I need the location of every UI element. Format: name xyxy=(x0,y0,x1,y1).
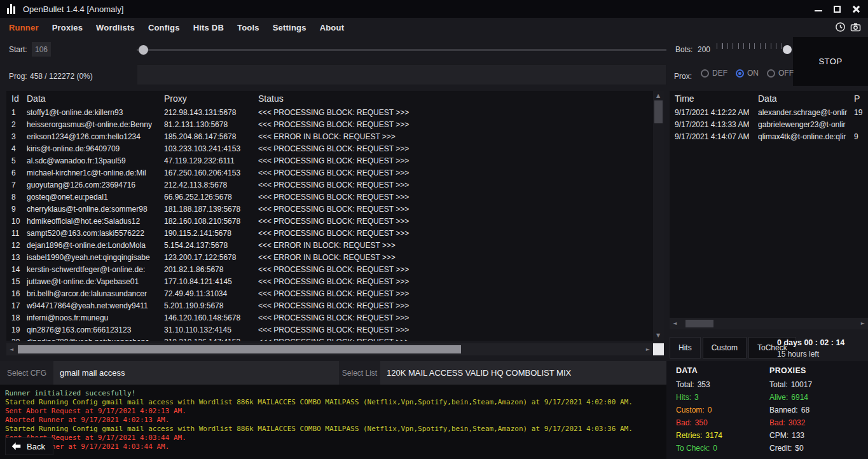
start-position-slider[interactable] xyxy=(137,39,666,60)
hit-row[interactable]: 9/17/2021 4:12:22 AM alexander.schrage@t… xyxy=(670,106,868,118)
cell-status: <<< PROCESSING BLOCK: REQUEST >>> xyxy=(258,205,653,214)
menu-item[interactable]: Settings xyxy=(273,23,307,32)
slider-thumb-icon[interactable] xyxy=(139,45,148,55)
cell-proxy: 181.188.187.139:5678 xyxy=(164,205,258,214)
menu-item[interactable]: Wordlists xyxy=(96,23,135,32)
screenshot-camera-icon[interactable] xyxy=(850,22,861,32)
proxy-mode-option[interactable]: OFF xyxy=(767,69,794,78)
data-stats: DATA Total:353 Hits:3 Custom:0 xyxy=(676,366,722,455)
select-list-button[interactable]: Select List xyxy=(339,361,380,385)
table-row[interactable]: 19 qin2876@163.com:666123123 31.10.110.1… xyxy=(6,324,653,336)
cell-id: 16 xyxy=(11,289,27,298)
table-row[interactable]: 17 w944717864@yeah.net:wendy9411 5.201.1… xyxy=(6,299,653,312)
select-config-button[interactable]: Select CFG xyxy=(0,361,53,385)
table-row[interactable]: 18 inferni@noos.fr:munegu 146.120.160.14… xyxy=(6,312,653,324)
table-row[interactable]: 8 gosteq@onet.eu:pedal1 66.96.252.126:56… xyxy=(6,191,653,203)
bots-slider[interactable] xyxy=(717,41,793,58)
scrollbar-thumb[interactable] xyxy=(685,320,713,327)
table-row[interactable]: 13 isabel1990@yeah.net:qingqingisabe 123… xyxy=(6,251,653,263)
titlebar: OpenBullet 1.4.4 [Anomaly] xyxy=(0,0,868,18)
cell-id: 18 xyxy=(11,313,27,322)
column-header-status[interactable]: Status xyxy=(258,93,653,104)
menu-item[interactable]: Tools xyxy=(237,23,259,32)
cell-status: <<< ERROR IN BLOCK: REQUEST >>> xyxy=(258,253,653,262)
table-row[interactable]: 14 kerstin-schwerdtfeger@t-online.de: 20… xyxy=(6,263,653,275)
column-header-id[interactable]: Id xyxy=(11,93,27,104)
table-row[interactable]: 15 juttawe@t-online.de:Vapebase01 177.10… xyxy=(6,275,653,287)
tab-button[interactable]: Custom xyxy=(703,337,747,359)
start-label: Start: xyxy=(9,45,27,54)
menu-item[interactable]: Runner xyxy=(9,23,39,32)
hit-row[interactable]: 9/17/2021 4:14:07 AM qlimax4tk@t-online.… xyxy=(670,130,868,142)
table-row[interactable]: 10 hdmikeofficial@hot.ee:Saladus12 182.1… xyxy=(6,215,653,227)
stat-label: Credit: xyxy=(769,444,792,453)
scroll-left-icon[interactable]: ◄ xyxy=(10,347,13,352)
scroll-left-icon[interactable]: ◄ xyxy=(673,321,677,326)
column-header-data[interactable]: Data xyxy=(27,93,164,104)
table-row[interactable]: 5 al.sdc@wanadoo.fr:13paul59 47.119.129.… xyxy=(6,154,653,167)
stop-button[interactable]: STOP xyxy=(793,37,868,86)
cell-proxy: 103.233.103.241:4153 xyxy=(164,144,258,153)
hits-horizontal-scrollbar[interactable]: ◄ ► xyxy=(670,318,868,329)
cell-id: 12 xyxy=(11,241,27,250)
scrollbar-thumb[interactable] xyxy=(654,100,663,123)
config-name-field[interactable]: gmail mail access xyxy=(53,361,339,385)
stat-value: 68 xyxy=(801,406,809,414)
hit-row[interactable]: 9/17/2021 4:13:33 AM gabrielewenger23@t-… xyxy=(670,118,868,130)
menu-item[interactable]: About xyxy=(320,23,345,32)
cell-status: <<< PROCESSING BLOCK: REQUEST >>> xyxy=(258,229,653,238)
column-header-time[interactable]: Time xyxy=(675,93,758,104)
column-header-proxy[interactable]: Proxy xyxy=(164,93,258,104)
back-button[interactable]: Back xyxy=(5,437,53,455)
table-row[interactable]: 2 heisserorgasmus@t-online.de:Benny 81.2… xyxy=(6,118,653,130)
stat-line: Retries:3174 xyxy=(676,429,722,442)
start-input[interactable]: 106 xyxy=(32,42,51,57)
bots-value: 200 xyxy=(698,45,710,54)
scroll-right-icon[interactable]: ► xyxy=(861,321,865,326)
app-icon xyxy=(7,4,15,14)
maximize-icon[interactable] xyxy=(834,6,841,13)
table-row[interactable]: 16 bri.bellh@arcor.de:lalunasundancer 72… xyxy=(6,287,653,299)
cell-proxy: 210.210.136.147:4153 xyxy=(164,338,258,341)
results-horizontal-scrollbar[interactable]: ◄ ► xyxy=(6,343,653,355)
cell-data: gosteq@onet.eu:pedal1 xyxy=(27,193,164,202)
table-row[interactable]: 7 guoyutang@126.com:23694716 212.42.113.… xyxy=(6,179,653,191)
stat-label: Custom: xyxy=(676,406,705,414)
column-header-proxy[interactable]: P xyxy=(854,93,868,104)
tab-button[interactable]: Hits xyxy=(670,337,701,359)
close-icon[interactable] xyxy=(852,5,860,13)
slider-thumb-icon[interactable] xyxy=(783,45,792,54)
column-header-data[interactable]: Data xyxy=(758,93,854,104)
menu-item[interactable]: Configs xyxy=(148,23,180,32)
cell-data: michael-kirchner1c@t-online.de:Mil xyxy=(27,168,164,177)
cell-status: <<< PROCESSING BLOCK: REQUEST >>> xyxy=(258,181,653,189)
scrollbar-thumb[interactable] xyxy=(18,345,461,353)
menu-item[interactable]: Hits DB xyxy=(193,23,224,32)
scroll-down-icon[interactable]: ▼ xyxy=(656,333,660,338)
table-row[interactable]: 20 dingding789@yeah.net:huangchenc 210.2… xyxy=(6,336,653,341)
table-row[interactable]: 12 dejan1896@t-online.de:LondoMola 5.154… xyxy=(6,239,653,251)
stat-line: Alive:6914 xyxy=(769,391,812,404)
minimize-icon[interactable] xyxy=(815,10,822,11)
stat-line: Credit:$0 xyxy=(769,442,812,455)
results-table: Id Data Proxy Status 1 stoffy1@t-online.… xyxy=(6,91,653,341)
cell-data: isabel1990@yeah.net:qingqingisabe xyxy=(27,253,164,262)
scroll-up-icon[interactable]: ▲ xyxy=(656,93,660,99)
proxy-mode-option[interactable]: ON xyxy=(736,69,759,78)
table-row[interactable]: 11 sampt520@163.com:laski5576222 190.115… xyxy=(6,227,653,239)
history-icon[interactable] xyxy=(835,22,846,32)
table-row[interactable]: 4 kiris@t-online.de:96409709 103.233.103… xyxy=(6,142,653,154)
menu-item[interactable]: Proxies xyxy=(52,23,83,32)
proxy-mode-option[interactable]: DEF xyxy=(701,69,727,78)
cell-status: <<< PROCESSING BLOCK: REQUEST >>> xyxy=(258,313,653,322)
table-row[interactable]: 6 michael-kirchner1c@t-online.de:Mil 167… xyxy=(6,167,653,179)
table-row[interactable]: 1 stoffy1@t-online.de:killern93 212.98.1… xyxy=(6,106,653,118)
scroll-right-icon[interactable]: ► xyxy=(646,347,650,352)
results-table-header: Id Data Proxy Status xyxy=(6,91,653,106)
wordlist-name-field[interactable]: 120K MAIL ACCESS VALID HQ COMBOLIST MIX xyxy=(380,361,666,385)
cell-id: 19 xyxy=(11,325,27,334)
cell-data: al.sdc@wanadoo.fr:13paul59 xyxy=(27,156,164,165)
table-row[interactable]: 3 erikson1234@126.com:hello1234 185.204.… xyxy=(6,130,653,142)
results-vertical-scrollbar[interactable]: ▲ ▼ xyxy=(653,91,664,341)
table-row[interactable]: 9 cherryklaus@t-online.de:sommer98 181.1… xyxy=(6,203,653,215)
